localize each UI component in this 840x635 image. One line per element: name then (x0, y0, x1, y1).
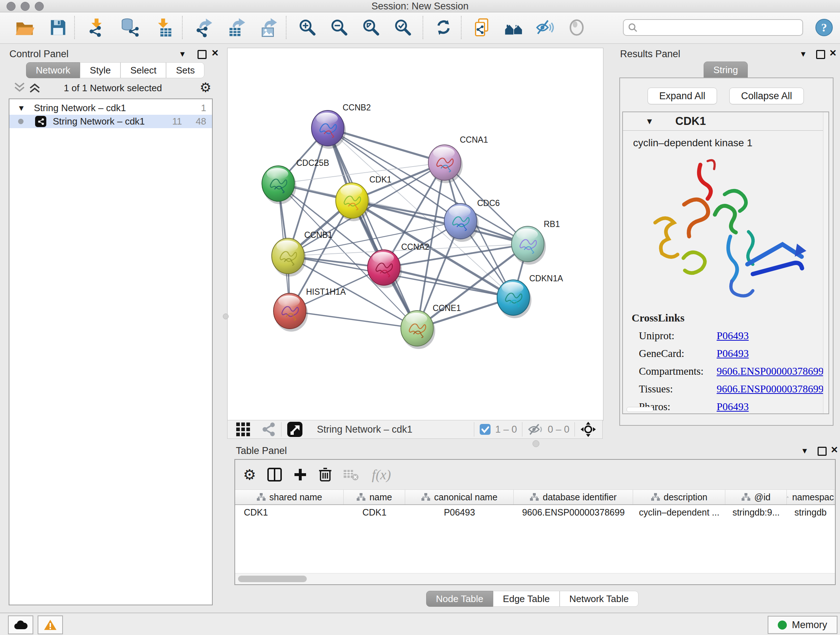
crosslink-link[interactable]: P06493 (717, 401, 749, 413)
tab-network-table[interactable]: Network Table (560, 591, 638, 607)
function-builder-icon[interactable]: f(x) (372, 467, 391, 483)
panel-float-icon[interactable] (816, 50, 825, 59)
delete-table-icon[interactable] (343, 468, 360, 481)
network-node-CCNB1[interactable]: CCNB1 (272, 230, 332, 277)
grid-view-icon[interactable] (235, 422, 251, 437)
network-edge[interactable] (384, 268, 513, 298)
tree-expand-icon[interactable]: ▼ (17, 103, 25, 113)
scrollbar-thumb[interactable] (238, 576, 307, 582)
warnings-button[interactable] (38, 616, 63, 634)
string-home-icon[interactable] (504, 17, 524, 38)
splitter-handle[interactable] (223, 314, 229, 319)
zoom-out-icon[interactable] (329, 17, 349, 38)
table-cell: stringdb (787, 505, 834, 519)
crosslink-link[interactable]: P06493 (717, 348, 749, 359)
import-database-icon[interactable] (119, 17, 140, 38)
panel-close-icon[interactable]: ✕ (829, 49, 837, 57)
save-session-icon[interactable] (48, 17, 68, 38)
table-options-gear-icon[interactable]: ⚙ (243, 467, 256, 482)
network-view-icon[interactable] (261, 422, 276, 437)
search-field[interactable] (623, 19, 803, 36)
tab-string[interactable]: String (704, 62, 748, 78)
export-image-icon[interactable] (259, 17, 279, 38)
panel-close-icon[interactable]: ✕ (211, 49, 219, 57)
tab-sets[interactable]: Sets (166, 62, 204, 78)
crosslink-label: Compartments: (639, 365, 717, 377)
collapse-all-button[interactable]: Collapse All (729, 88, 804, 104)
column-header-shared-name[interactable]: shared name (235, 490, 344, 504)
expand-all-button[interactable]: Expand All (647, 88, 717, 104)
tab-select[interactable]: Select (120, 62, 166, 78)
status-bar: Memory (0, 613, 840, 635)
tab-edge-table[interactable]: Edge Table (493, 591, 560, 607)
import-table-icon[interactable] (153, 17, 174, 38)
cloud-button[interactable] (8, 616, 33, 634)
network-node-CDK1[interactable]: CDK1 (336, 175, 392, 221)
birdseye-icon[interactable] (286, 421, 303, 438)
network-canvas[interactable]: CCNB2CCNA1CDC25BCDK1CDC6RB1CCNB1CCNA2CDK… (227, 48, 603, 421)
toolbar-separator (74, 16, 75, 39)
panel-float-icon[interactable] (197, 50, 207, 59)
network-edge[interactable] (290, 311, 417, 328)
network-node-CDKN1A[interactable]: CDKN1A (497, 274, 563, 318)
refresh-icon[interactable] (433, 17, 454, 38)
section-collapse-icon[interactable]: ▼ (645, 117, 654, 126)
add-column-icon[interactable] (293, 467, 308, 482)
horizontal-scrollbar-thumb[interactable] (627, 407, 653, 412)
hide-unselected-icon[interactable] (535, 17, 555, 38)
network-options-gear-icon[interactable]: ⚙ (200, 81, 211, 94)
zoom-in-icon[interactable] (297, 17, 317, 38)
delete-column-icon[interactable] (318, 467, 332, 482)
panel-float-icon[interactable] (818, 447, 827, 456)
import-network-icon[interactable] (87, 17, 107, 38)
crosslink-link[interactable]: 9606.ENSP00000378699 (717, 365, 824, 377)
network-node-CCNB2[interactable]: CCNB2 (311, 103, 371, 149)
panel-menu-icon[interactable]: ▾ (801, 49, 806, 58)
selected-count: 1 – 0 (495, 424, 517, 435)
export-table-icon[interactable] (227, 17, 248, 38)
protein-section-header[interactable]: ▼ CDK1 (623, 112, 829, 131)
toolbar-separator (182, 16, 183, 39)
crosslink-row: Pharos:P06493 (632, 401, 829, 413)
panel-menu-icon[interactable]: ▾ (802, 446, 807, 455)
panel-menu-icon[interactable]: ▾ (180, 49, 185, 58)
panel-close-icon[interactable]: ✕ (831, 445, 838, 454)
crosslink-link[interactable]: 9606.ENSP00000378699 (717, 383, 824, 395)
zoom-fit-icon[interactable] (361, 17, 381, 38)
network-node-HIST1H1A[interactable]: HIST1H1A (273, 287, 346, 332)
network-node-RB1[interactable]: RB1 (512, 219, 560, 264)
network-node-CCNA1[interactable]: CCNA1 (428, 135, 488, 183)
help-icon[interactable]: ? (815, 18, 834, 37)
network-edge[interactable] (328, 128, 417, 328)
crosslink-link[interactable]: P06493 (717, 330, 749, 342)
tab-network[interactable]: Network (26, 62, 80, 78)
column-header-database-identifier[interactable]: database identifier (514, 490, 633, 504)
preview-eye-icon[interactable] (567, 17, 587, 38)
open-session-icon[interactable] (14, 17, 35, 38)
column-header-namespac[interactable]: namespac (787, 490, 834, 504)
memory-button[interactable]: Memory (767, 616, 837, 634)
zoom-selected-icon[interactable] (393, 17, 413, 38)
network-row-selected[interactable]: String Network – cdk1 11 48 (9, 115, 212, 128)
vertical-scrollbar[interactable] (823, 112, 829, 413)
column-header-name[interactable]: name (344, 490, 405, 504)
tab-style[interactable]: Style (80, 62, 120, 78)
column-header-description[interactable]: description (633, 490, 725, 504)
show-columns-icon[interactable] (267, 467, 282, 482)
network-collection-row[interactable]: ▼ String Network – cdk1 1 (9, 101, 212, 115)
selected-nodes-checkbox-icon[interactable] (479, 424, 491, 435)
expand-all-icon[interactable] (28, 82, 41, 93)
window-title: Session: New Session (0, 1, 840, 12)
collapse-all-icon[interactable] (13, 82, 26, 93)
tab-node-table[interactable]: Node Table (426, 591, 493, 607)
search-input[interactable] (638, 22, 795, 33)
network-node-CCNE1[interactable]: CCNE1 (401, 303, 461, 349)
column-header-@id[interactable]: @id (725, 490, 787, 504)
node-label: CDC25B (296, 158, 329, 168)
column-header-canonical-name[interactable]: canonical name (405, 490, 514, 504)
export-network-icon[interactable] (195, 17, 215, 38)
fit-content-crosshair-icon[interactable] (580, 421, 597, 438)
clone-network-icon[interactable] (472, 17, 493, 38)
table-horizontal-scrollbar[interactable] (235, 573, 835, 584)
table-row[interactable]: CDK1CDK1P064939606.ENSP00000378699cyclin… (235, 505, 835, 519)
